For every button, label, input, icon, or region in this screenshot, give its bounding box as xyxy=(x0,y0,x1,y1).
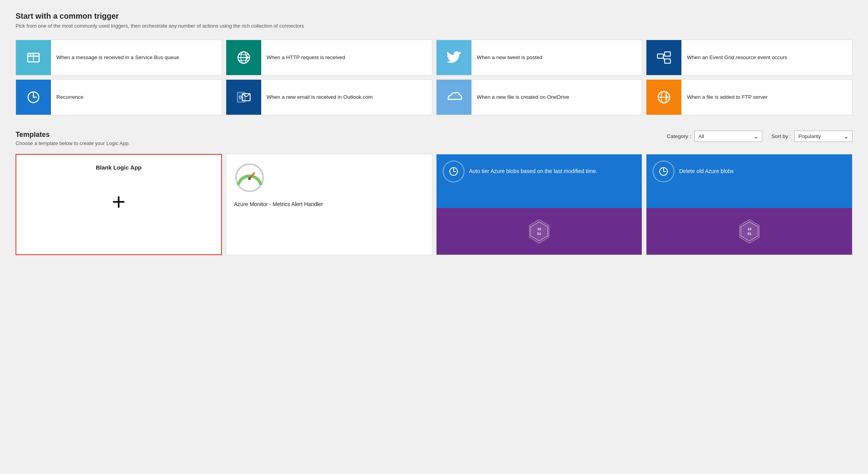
template-grid: Blank Logic App + Azure Monitor - Metric… xyxy=(16,154,852,255)
template-card-blank[interactable]: Blank Logic App + xyxy=(16,154,222,255)
auto-tier-title: Auto tier Azure blobs based on the last … xyxy=(469,168,598,175)
svg-text:10: 10 xyxy=(747,227,751,231)
page-title: Start with a common trigger xyxy=(16,12,852,21)
delete-blobs-recurrence-icon xyxy=(653,161,674,182)
monitor-title: Azure Monitor - Metrics Alert Handler xyxy=(234,201,323,208)
trigger-label-twitter: When a new tweet is posted xyxy=(472,49,548,66)
svg-rect-13 xyxy=(665,59,671,63)
sortby-control: Sort by : Popularity Name Newest xyxy=(772,131,852,142)
svg-text:01: 01 xyxy=(537,232,541,236)
service-bus-icon xyxy=(16,40,51,75)
monitor-gauge-icon xyxy=(234,162,265,194)
svg-text:10: 10 xyxy=(537,227,541,231)
templates-subtitle: Choose a template below to create your L… xyxy=(16,140,130,146)
http-icon xyxy=(226,40,261,75)
trigger-label-recurrence: Recurrence xyxy=(51,89,89,106)
trigger-label-onedrive: When a new file is created on OneDrive xyxy=(472,89,575,106)
template-card-auto-tier[interactable]: Auto tier Azure blobs based on the last … xyxy=(436,154,643,255)
auto-tier-recurrence-icon xyxy=(443,161,465,182)
event-grid-icon xyxy=(646,40,681,75)
trigger-label-ftp: When a file is added to FTP server xyxy=(681,89,773,106)
svg-line-15 xyxy=(663,56,665,61)
templates-title: Templates xyxy=(16,131,130,139)
svg-point-3 xyxy=(30,54,31,56)
svg-point-4 xyxy=(33,54,34,56)
blank-plus-icon: + xyxy=(112,190,126,213)
svg-text:01: 01 xyxy=(747,232,751,236)
trigger-card-ftp[interactable]: When a file is added to FTP server xyxy=(646,79,852,115)
template-card-monitor[interactable]: Azure Monitor - Metrics Alert Handler xyxy=(226,154,432,255)
svg-point-25 xyxy=(248,177,251,180)
svg-marker-28 xyxy=(531,222,548,241)
page-subtitle: Pick from one of the most commonly used … xyxy=(16,23,852,29)
sortby-select[interactable]: Popularity Name Newest xyxy=(794,131,852,142)
trigger-card-outlook[interactable]: O When a new email is received in Outloo… xyxy=(226,79,432,115)
trigger-label-outlook: When a new email is received in Outlook.… xyxy=(261,89,378,106)
blank-title: Blank Logic App xyxy=(24,164,213,171)
trigger-label-service-bus: When a message is received in a Service … xyxy=(51,49,185,66)
sortby-label: Sort by : xyxy=(772,133,791,139)
svg-rect-11 xyxy=(658,54,664,58)
trigger-grid: When a message is received in a Service … xyxy=(16,40,852,115)
svg-rect-12 xyxy=(665,52,671,56)
trigger-card-service-bus[interactable]: When a message is received in a Service … xyxy=(16,40,222,75)
onedrive-icon xyxy=(437,80,472,115)
svg-marker-33 xyxy=(741,222,758,241)
recurrence-icon xyxy=(16,80,51,115)
ftp-icon xyxy=(646,80,681,115)
trigger-label-http: When a HTTP request is received xyxy=(261,49,351,66)
category-control: Category : All AI + Machine Learning Bus… xyxy=(667,131,762,142)
template-card-delete-blobs[interactable]: Delete old Azure blobs 10 01 xyxy=(646,154,852,255)
svg-text:O: O xyxy=(239,95,242,100)
delete-blobs-title: Delete old Azure blobs xyxy=(679,168,734,175)
category-label: Category : xyxy=(667,133,691,139)
trigger-card-onedrive[interactable]: When a new file is created on OneDrive xyxy=(436,79,643,115)
category-select[interactable]: All AI + Machine Learning Business Autom… xyxy=(694,131,762,142)
trigger-card-http[interactable]: When a HTTP request is received xyxy=(226,40,432,75)
templates-controls: Category : All AI + Machine Learning Bus… xyxy=(667,131,852,142)
twitter-icon xyxy=(437,40,472,75)
trigger-card-recurrence[interactable]: Recurrence xyxy=(16,79,222,115)
templates-header: Templates Choose a template below to cre… xyxy=(16,131,852,146)
trigger-label-event-grid: When an Event Grid resource event occurs xyxy=(681,49,793,66)
trigger-card-event-grid[interactable]: When an Event Grid resource event occurs xyxy=(646,40,852,75)
outlook-icon: O xyxy=(226,80,261,115)
templates-title-block: Templates Choose a template below to cre… xyxy=(16,131,130,146)
trigger-card-twitter[interactable]: When a new tweet is posted xyxy=(436,40,643,75)
